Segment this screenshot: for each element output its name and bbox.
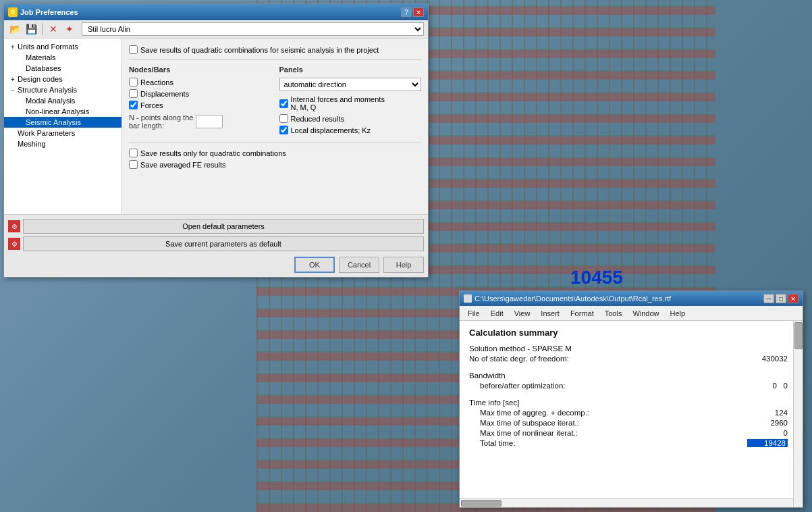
menu-view[interactable]: View <box>509 308 536 319</box>
rtf-content: Calculation summary Solution method - SP… <box>460 321 803 492</box>
job-preferences-dialog: ⚙ Job Preferences ? ✕ 📂 💾 ✕ ✦ Stil lucru… <box>3 3 429 278</box>
rtf-hscroll-thumb[interactable] <box>461 500 502 507</box>
n-points-input[interactable]: 11 <box>196 115 223 128</box>
rtf-output-window: C:\Users\gawedar\Documents\Autodesk\Outp… <box>459 290 803 508</box>
internal-forces-row: Internal forces and momentsN, M, Q <box>279 95 422 111</box>
solution-method-label: Solution method - SPARSE M <box>469 344 572 353</box>
internal-forces-checkbox[interactable] <box>279 99 288 108</box>
title-controls: ? ✕ <box>401 7 424 17</box>
rtf-close-btn[interactable]: ✕ <box>788 294 799 303</box>
save-averaged-label: Save averaged FE results <box>140 161 226 169</box>
tree-item-seismic[interactable]: Seismic Analysis <box>4 117 121 128</box>
total-time-label: Total time: <box>480 439 515 447</box>
delete-icon[interactable]: ✕ <box>47 22 60 36</box>
rtf-app-icon <box>464 295 472 303</box>
save-quadratic-label: Save results of quadratic combinations f… <box>140 46 379 54</box>
menu-edit[interactable]: Edit <box>485 308 509 319</box>
save-quadratic-only-label: Save results only for quadratic combinat… <box>140 149 286 157</box>
title-left: ⚙ Job Preferences <box>8 7 78 17</box>
displacements-row: Displacements <box>129 89 271 98</box>
dialog-app-icon: ⚙ <box>8 7 18 17</box>
two-cols: Nodes/Bars Reactions Displacements Force… <box>129 66 421 137</box>
menu-window[interactable]: Window <box>627 308 664 319</box>
reduced-results-row: Reduced results <box>279 114 422 123</box>
dialog-body: + Units and Formats Materials Databases … <box>4 39 428 214</box>
aggreg-value: 124 <box>747 409 788 417</box>
rtf-title-text: C:\Users\gawedar\Documents\Autodesk\Outp… <box>475 295 671 303</box>
panels-direction-select[interactable]: automatic direction manual direction non… <box>279 78 422 91</box>
tree-item-databases[interactable]: Databases <box>4 63 121 74</box>
tree-panel: + Units and Formats Materials Databases … <box>4 39 122 214</box>
tree-item-materials[interactable]: Materials <box>4 52 121 63</box>
tree-item-work-params[interactable]: Work Parameters <box>4 128 121 138</box>
rtf-hscroll[interactable] <box>460 498 793 507</box>
reactions-row: Reactions <box>129 78 271 86</box>
open-icon[interactable]: 📂 <box>8 22 22 36</box>
dialog-toolbar: 📂 💾 ✕ ✦ Stil lucru Alin <box>4 20 428 39</box>
tree-item-modal[interactable]: Modal Analysis <box>4 95 121 106</box>
dialog-title: Job Preferences <box>20 8 78 16</box>
reduced-results-checkbox[interactable] <box>279 114 288 123</box>
time-info-value <box>747 399 788 407</box>
nodes-bars-header: Nodes/Bars <box>129 66 271 75</box>
settings-icon[interactable]: ✦ <box>63 22 76 36</box>
cancel-btn[interactable]: Cancel <box>339 257 379 273</box>
rtf-scrollbar[interactable] <box>793 321 803 507</box>
close-title-btn[interactable]: ✕ <box>413 7 424 17</box>
save-current-btn[interactable]: Save current parameters as default <box>23 236 424 251</box>
subspace-value: 2960 <box>747 419 788 427</box>
rtf-menubar: File Edit View Insert Format Tools Windo… <box>460 306 803 321</box>
ok-btn[interactable]: OK <box>294 257 335 273</box>
tree-item-structure-analysis[interactable]: - Structure Analysis <box>4 84 121 95</box>
save-quadratic-row: Save results of quadratic combinations f… <box>129 45 421 54</box>
open-default-row: ⚙ Open default parameters <box>8 219 424 234</box>
forces-checkbox[interactable] <box>129 101 138 109</box>
menu-help[interactable]: Help <box>665 308 691 319</box>
gap-2 <box>469 392 793 399</box>
solution-method-line: Solution method - SPARSE M <box>469 344 793 353</box>
local-displacements-row: Local displacements; Kz <box>279 126 422 134</box>
static-degr-value: 430032 <box>747 355 788 363</box>
tree-item-nonlinear[interactable]: Non-linear Analysis <box>4 106 121 117</box>
dialog-bottom: ⚙ Open default parameters ⚙ Save current… <box>4 214 428 277</box>
menu-insert[interactable]: Insert <box>535 308 565 319</box>
before-after-label: before/after optimization: <box>480 382 566 390</box>
local-displacements-checkbox[interactable] <box>279 126 288 134</box>
menu-format[interactable]: Format <box>565 308 599 319</box>
tree-item-units[interactable]: + Units and Formats <box>4 41 121 52</box>
overlay-number: 10455 <box>570 267 623 288</box>
menu-tools[interactable]: Tools <box>599 308 628 319</box>
tree-item-meshing[interactable]: Meshing <box>4 138 121 149</box>
save-current-row: ⚙ Save current parameters as default <box>8 236 424 251</box>
ok-cancel-row: OK Cancel Help <box>8 254 424 273</box>
tree-item-design-codes[interactable]: + Design codes <box>4 74 121 84</box>
subspace-line: Max time of subspace iterat.: 2960 <box>480 419 793 427</box>
rtf-minimize-btn[interactable]: ─ <box>763 294 774 303</box>
rtf-maximize-btn[interactable]: □ <box>776 294 786 303</box>
open-default-btn[interactable]: Open default parameters <box>23 219 424 234</box>
aggreg-label: Max time of aggreg. + decomp.: <box>480 409 589 417</box>
displacements-label: Displacements <box>140 90 189 98</box>
help-btn[interactable]: Help <box>383 257 424 273</box>
rtf-scroll-thumb[interactable] <box>794 322 803 349</box>
before-after-value: 0 0 <box>747 382 788 390</box>
before-after-line: before/after optimization: 0 0 <box>480 382 793 390</box>
bandwidth-value <box>747 372 788 380</box>
reactions-checkbox[interactable] <box>129 78 138 86</box>
save-averaged-checkbox[interactable] <box>129 160 138 169</box>
static-degr-label: No of static degr. of freedom: <box>469 355 569 363</box>
calc-summary-title: Calculation summary <box>469 328 793 338</box>
internal-forces-label: Internal forces and momentsN, M, Q <box>291 95 385 111</box>
help-title-btn[interactable]: ? <box>401 7 412 17</box>
save-quadratic-checkbox[interactable] <box>129 45 138 54</box>
save-quadratic-only-checkbox[interactable] <box>129 149 138 157</box>
displacements-checkbox[interactable] <box>129 89 138 98</box>
subspace-label: Max time of subspace iterat.: <box>480 419 579 427</box>
nonlinear-value: 0 <box>747 429 788 437</box>
menu-file[interactable]: File <box>462 308 485 319</box>
save-icon[interactable]: 💾 <box>24 22 38 36</box>
style-dropdown[interactable]: Stil lucru Alin <box>82 22 424 36</box>
reduced-results-label: Reduced results <box>291 115 345 123</box>
expand-icon-structure: - <box>9 86 16 94</box>
gap-1 <box>469 365 793 372</box>
